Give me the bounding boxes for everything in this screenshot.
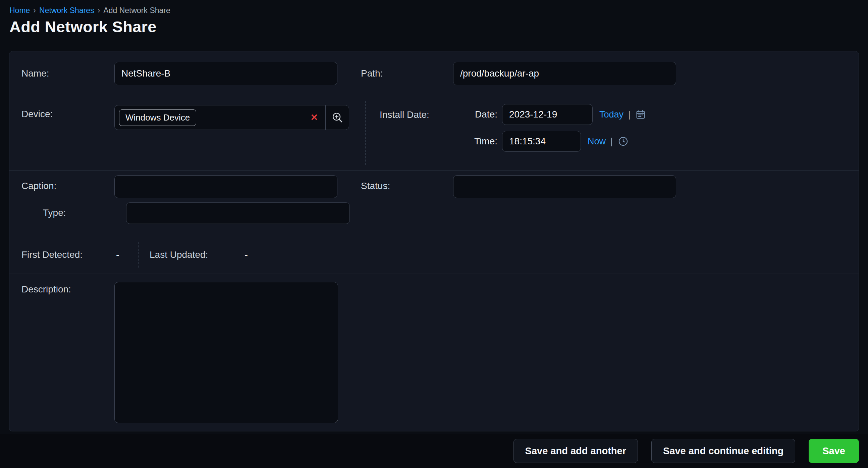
zoom-in-icon	[331, 111, 344, 124]
description-textarea[interactable]	[114, 282, 338, 423]
form-row-description: Description:	[9, 274, 859, 432]
name-label: Name:	[22, 68, 49, 79]
caption-input[interactable]	[114, 175, 337, 198]
first-detected-label: First Detected:	[22, 250, 83, 260]
description-label: Description:	[22, 284, 71, 295]
breadcrumb-current: Add Network Share	[103, 6, 170, 15]
add-network-share-form: Name: Path: Device: Windows Device ✕	[9, 51, 859, 431]
name-input[interactable]	[114, 62, 337, 85]
install-date-row: Date: Today |	[444, 104, 646, 125]
form-row-detected-updated: First Detected: - Last Updated: -	[9, 236, 859, 274]
breadcrumb-separator: ›	[33, 6, 36, 15]
breadcrumb-separator: ›	[98, 6, 100, 15]
form-row-caption-status-type: Caption: Status: Type:	[9, 171, 859, 236]
breadcrumb: Home›Network Shares›Add Network Share	[9, 6, 170, 15]
today-link[interactable]: Today	[599, 110, 623, 120]
save-button[interactable]: Save	[809, 439, 859, 463]
now-link[interactable]: Now	[588, 136, 606, 147]
install-time-row: Time: Now |	[444, 131, 629, 152]
status-label: Status:	[361, 181, 390, 192]
install-date-label: Install Date:	[380, 110, 429, 120]
path-input[interactable]	[453, 62, 676, 85]
save-and-add-another-button[interactable]: Save and add another	[514, 439, 638, 463]
type-label: Type:	[43, 207, 66, 218]
add-network-share-page: Home›Network Shares›Add Network Share Ad…	[0, 0, 868, 468]
column-divider	[138, 242, 138, 268]
type-input[interactable]	[126, 202, 350, 224]
first-detected-value: -	[116, 249, 119, 261]
column-divider	[365, 101, 366, 165]
form-row-name-path: Name: Path:	[9, 51, 859, 96]
last-updated-label: Last Updated:	[150, 250, 208, 260]
path-label: Path:	[361, 68, 383, 79]
device-selected-chip[interactable]: Windows Device	[119, 110, 196, 126]
time-label: Time:	[444, 136, 497, 147]
device-label: Device:	[22, 109, 53, 119]
breadcrumb-network-shares-link[interactable]: Network Shares	[39, 6, 94, 15]
breadcrumb-home-link[interactable]: Home	[9, 6, 30, 15]
last-updated-value: -	[245, 249, 248, 261]
page-title: Add Network Share	[9, 18, 157, 36]
clock-icon[interactable]	[617, 136, 629, 147]
date-label: Date:	[444, 109, 497, 120]
device-select[interactable]: Windows Device ✕	[114, 105, 349, 130]
caption-label: Caption:	[22, 181, 56, 192]
form-row-device-install: Device: Windows Device ✕	[9, 96, 859, 171]
device-lookup-button[interactable]	[326, 106, 349, 129]
device-clear-icon[interactable]: ✕	[310, 113, 318, 122]
save-and-continue-editing-button[interactable]: Save and continue editing	[651, 439, 795, 463]
pipe-separator: |	[628, 110, 630, 120]
form-actions-bar: Save and add another Save and continue e…	[0, 434, 868, 468]
pipe-separator: |	[611, 136, 613, 147]
date-input[interactable]	[502, 104, 593, 125]
status-input[interactable]	[453, 175, 676, 198]
time-input[interactable]	[502, 131, 581, 152]
calendar-icon[interactable]	[635, 109, 646, 120]
